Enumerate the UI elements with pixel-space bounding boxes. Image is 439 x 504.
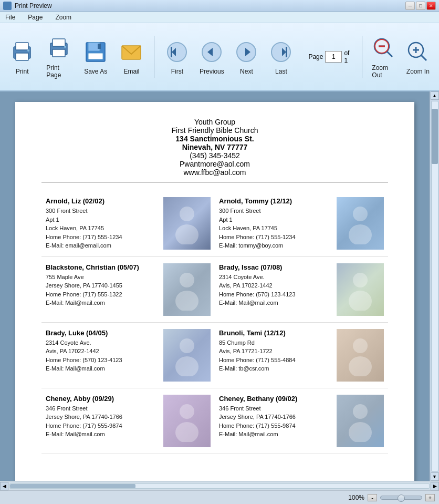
restore-button[interactable]: □: [416, 2, 425, 10]
email-icon: [118, 38, 145, 66]
vertical-scrollbar[interactable]: ▲ ▼: [430, 91, 439, 481]
print-icon: [8, 38, 36, 66]
contact-entry: Cheney, Bethany (09/02)346 Front Street …: [215, 388, 388, 454]
contact-detail: 2314 Coyote Ave. Avis, PA 17022-1442 Hom…: [219, 273, 331, 307]
menu-bar: File Page Zoom: [0, 12, 439, 23]
svg-point-20: [271, 43, 290, 61]
org-email: Pwantmore@aol.com: [41, 160, 388, 168]
zoom-slider-thumb[interactable]: [398, 495, 405, 502]
email-label: Email: [123, 68, 139, 75]
scroll-left-button[interactable]: ◀: [0, 482, 8, 490]
contact-info: Cheney, Abby (09/29)346 Front Street Jer…: [46, 395, 158, 447]
contact-photo: [337, 395, 384, 447]
zoom-out-label: Zoom Out: [372, 64, 395, 79]
first-button[interactable]: First: [160, 36, 194, 77]
zoom-plus-button[interactable]: +: [425, 494, 435, 501]
page-input[interactable]: 1: [325, 51, 342, 63]
email-button[interactable]: Email: [116, 36, 147, 77]
horizontal-scrollbar[interactable]: ◀ ▶: [0, 481, 439, 490]
scroll-track[interactable]: [431, 101, 438, 471]
contact-photo: [337, 197, 384, 250]
last-label: Last: [275, 68, 287, 75]
last-button[interactable]: Last: [264, 36, 298, 77]
page-total: of 1: [344, 49, 349, 64]
previous-button[interactable]: Previous: [195, 36, 228, 77]
contact-photo: [163, 329, 211, 382]
zoom-in-button[interactable]: Zoom In: [403, 36, 433, 77]
print-page-button[interactable]: Print Page: [42, 33, 76, 81]
previous-label: Previous: [200, 68, 224, 75]
close-button[interactable]: ✕: [426, 2, 436, 10]
svg-point-39: [349, 291, 372, 311]
svg-point-7: [64, 46, 66, 48]
svg-point-35: [349, 224, 372, 244]
org-header: Youth Group First Friendly Bible Church …: [41, 118, 388, 182]
next-button[interactable]: Next: [229, 36, 263, 77]
contact-info: Brady, Luke (04/05)2314 Coyote Ave. Avis…: [46, 329, 158, 382]
contact-photo: [163, 197, 211, 250]
zoom-in-label: Zoom In: [406, 68, 430, 75]
zoom-out-button[interactable]: Zoom Out: [369, 33, 399, 81]
contact-entry: Brady, Issac (07/08)2314 Coyote Ave. Avi…: [215, 257, 388, 323]
print-page-icon: [45, 35, 72, 62]
scroll-down-button[interactable]: ▼: [431, 472, 439, 481]
svg-point-36: [180, 273, 194, 287]
save-as-icon: [82, 38, 109, 66]
svg-rect-1: [16, 43, 28, 50]
scroll-right-button[interactable]: ▶: [431, 482, 439, 490]
svg-rect-10: [98, 44, 101, 49]
nav-group: First Previous Next: [160, 36, 298, 77]
scroll-thumb[interactable]: [432, 109, 438, 164]
svg-point-3: [27, 49, 29, 52]
toolbar-separator-1: [154, 36, 154, 78]
svg-point-42: [353, 338, 368, 353]
page-control: Page 1 of 1: [308, 49, 349, 64]
zoom-out-icon: [370, 35, 398, 62]
svg-point-32: [180, 207, 194, 221]
h-scroll-track[interactable]: [9, 484, 430, 489]
svg-rect-2: [16, 53, 28, 60]
page-label: Page: [308, 53, 323, 60]
org-phone: (345) 345-3452: [41, 151, 388, 160]
contact-entry: Blackstone, Christian (05/07)755 Maple A…: [41, 257, 215, 323]
print-button[interactable]: Print: [6, 36, 38, 77]
svg-point-44: [180, 404, 194, 419]
org-city: Ninevah, NV 77777: [41, 143, 388, 151]
save-as-button[interactable]: Save As: [80, 36, 111, 77]
toolbar-separator-2: [362, 36, 362, 78]
svg-rect-11: [88, 53, 103, 59]
minimize-button[interactable]: ─: [405, 2, 415, 10]
menu-zoom[interactable]: Zoom: [53, 13, 74, 22]
contact-detail: 2314 Coyote Ave. Avis, PA 17022-1442 Hom…: [46, 338, 158, 373]
zoom-minus-button[interactable]: -: [368, 494, 377, 501]
contacts-grid: Arnold, Liz (02/02)300 Front Street Apt …: [41, 191, 388, 454]
scroll-up-button[interactable]: ▲: [431, 91, 439, 100]
contact-info: Brady, Issac (07/08)2314 Coyote Ave. Avi…: [219, 263, 331, 316]
contact-detail: 300 Front Street Apt 1 Lock Haven, PA 17…: [46, 207, 158, 250]
preview-page: Youth Group First Friendly Bible Church …: [15, 102, 414, 481]
svg-point-37: [175, 291, 198, 311]
window-controls[interactable]: ─ □ ✕: [405, 2, 436, 10]
contact-entry: Arnold, Liz (02/02)300 Front Street Apt …: [41, 191, 215, 257]
first-label: First: [171, 68, 183, 75]
org-name: Youth Group: [41, 118, 388, 126]
contact-name: Brunoli, Tami (12/12): [219, 329, 331, 337]
content-scroll[interactable]: Youth Group First Friendly Bible Church …: [0, 91, 430, 481]
svg-point-47: [349, 422, 372, 442]
main-area: Youth Group First Friendly Bible Church …: [0, 91, 439, 481]
zoom-slider[interactable]: [380, 496, 422, 500]
contact-photo: [337, 329, 384, 382]
h-scroll-thumb[interactable]: [10, 484, 135, 488]
menu-page[interactable]: Page: [26, 13, 45, 22]
svg-point-41: [175, 356, 198, 376]
zoom-in-icon: [404, 38, 432, 66]
contact-info: Arnold, Liz (02/02)300 Front Street Apt …: [46, 197, 158, 250]
svg-rect-6: [53, 49, 65, 57]
contact-entry: Cheney, Abby (09/29)346 Front Street Jer…: [41, 388, 215, 454]
org-website: www.ffbc@aol.com: [41, 168, 388, 177]
title-bar: Print Preview ─ □ ✕: [0, 0, 439, 12]
contact-info: Cheney, Bethany (09/02)346 Front Street …: [219, 395, 331, 447]
svg-rect-15: [171, 47, 172, 57]
menu-file[interactable]: File: [3, 13, 17, 22]
contact-detail: 346 Front Street Jersey Shore, PA 17740-…: [219, 404, 331, 439]
